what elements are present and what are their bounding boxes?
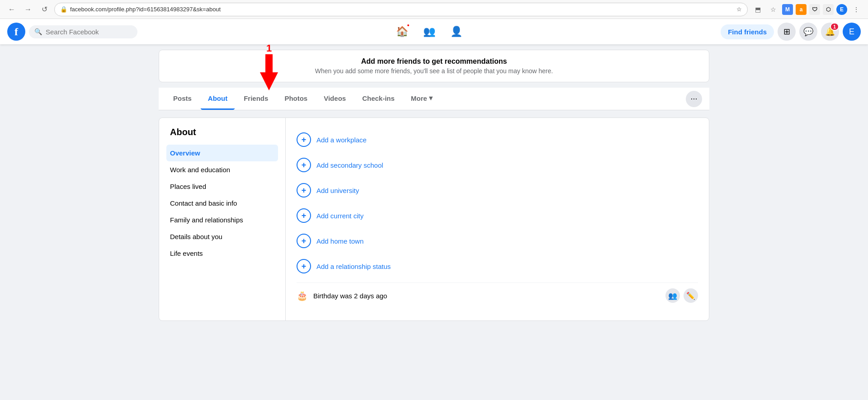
reload-button[interactable]: ↺ [38, 3, 51, 16]
home-nav-btn[interactable]: 🏠 [389, 21, 415, 42]
bookmark-icon: ☆ [736, 6, 742, 13]
about-main: + Add a workplace + Add secondary school… [286, 118, 709, 320]
tabs-more-options-btn[interactable]: ··· [686, 91, 702, 107]
birthday-edit-btn[interactable]: ✏️ [684, 288, 698, 303]
add-relationship-label: Add a relationship status [316, 263, 391, 270]
screenshot-btn[interactable]: ⬒ [751, 3, 764, 16]
security-icon: 🔒 [60, 6, 67, 13]
more-tab-label: More [411, 94, 427, 102]
add-home-town-plus-icon: + [297, 234, 311, 248]
friends-nav-btn[interactable]: 👥 [416, 21, 442, 42]
facebook-header: f 🔍 🏠 👥 👤 Find friends ⊞ 💬 🔔 1 E [0, 19, 868, 44]
tab-photos[interactable]: Photos [277, 88, 315, 110]
birthday-actions: 👥 ✏️ [665, 288, 698, 303]
add-secondary-school-label: Add secondary school [316, 161, 383, 169]
tab-checkins[interactable]: Check-ins [355, 88, 402, 110]
facebook-logo[interactable]: f [7, 23, 25, 41]
tab-videos[interactable]: Videos [316, 88, 353, 110]
sidebar-item-contact-info[interactable]: Contact and basic info [166, 195, 278, 212]
sidebar-item-overview[interactable]: Overview [166, 145, 278, 161]
browser-chrome: ← → ↺ 🔒 facebook.com/profile.php?id=6156… [0, 0, 868, 19]
ext-a-icon: a [796, 4, 807, 15]
sidebar-item-life-events[interactable]: Life events [166, 245, 278, 262]
add-university-plus-icon: + [297, 183, 311, 198]
add-workplace-item[interactable]: + Add a workplace [297, 127, 698, 152]
messenger-btn[interactable]: 💬 [799, 23, 817, 41]
birthday-row: 🎂 Birthday was 2 days ago 👥 ✏️ [297, 282, 698, 308]
dating-nav-btn[interactable]: 👤 [443, 21, 469, 42]
grid-menu-btn[interactable]: ⊞ [778, 23, 796, 41]
friends-icon: 👥 [423, 26, 435, 38]
ext-shield-icon: 🛡 [809, 4, 820, 15]
birthday-text: Birthday was 2 days ago [313, 292, 665, 300]
home-icon: 🏠 [396, 26, 408, 38]
birthday-icon: 🎂 [297, 290, 308, 301]
main-content: Add more friends to get recommendations … [151, 50, 717, 321]
add-current-city-item[interactable]: + Add current city [297, 203, 698, 228]
profile-avatar[interactable]: E [843, 23, 861, 41]
forward-button[interactable]: → [22, 3, 34, 16]
notifications-btn[interactable]: 🔔 1 [821, 23, 839, 41]
sidebar-item-work-education[interactable]: Work and education [166, 161, 278, 178]
tabs-wrapper: 1 Posts About Friends Photos Videos Chec… [151, 88, 717, 110]
about-sidebar-title: About [166, 125, 278, 139]
sidebar-item-details-about-you[interactable]: Details about you [166, 228, 278, 245]
tab-posts[interactable]: Posts [166, 88, 199, 110]
add-current-city-label: Add current city [316, 212, 363, 220]
bookmark-btn[interactable]: ☆ [767, 3, 779, 16]
friends-recommendation-banner: Add more friends to get recommendations … [159, 50, 709, 82]
banner-title: Add more friends to get recommendations [168, 57, 700, 66]
tab-more[interactable]: More ▾ [404, 88, 440, 110]
browser-menu-btn[interactable]: ⋮ [850, 3, 863, 16]
sidebar-item-places-lived[interactable]: Places lived [166, 178, 278, 195]
notification-badge: 1 [830, 23, 839, 31]
about-sidebar: About Overview Work and education Places… [159, 118, 286, 320]
address-bar[interactable]: 🔒 facebook.com/profile.php?id=6156381498… [54, 3, 748, 16]
browser-action-buttons: ⬒ ☆ M a 🛡 ⬡ E ⋮ [751, 3, 863, 16]
profile-tabs: Posts About Friends Photos Videos Check-… [159, 88, 709, 110]
add-home-town-item[interactable]: + Add home town [297, 228, 698, 254]
find-friends-button[interactable]: Find friends [721, 24, 774, 39]
add-workplace-plus-icon: + [297, 132, 311, 147]
add-home-town-label: Add home town [316, 237, 363, 245]
ext-hex-icon: ⬡ [823, 4, 834, 15]
header-right: Find friends ⊞ 💬 🔔 1 E [721, 23, 861, 41]
add-relationship-status-item[interactable]: + Add a relationship status [297, 254, 698, 279]
search-bar[interactable]: 🔍 [29, 25, 137, 38]
add-university-item[interactable]: + Add university [297, 178, 698, 203]
tab-about[interactable]: About [201, 88, 235, 110]
more-caret-icon: ▾ [429, 94, 433, 102]
birthday-friends-btn[interactable]: 👥 [665, 288, 680, 303]
ext-e-icon: E [836, 4, 847, 15]
search-icon: 🔍 [34, 28, 42, 35]
dating-icon: 👤 [450, 26, 462, 38]
add-relationship-plus-icon: + [297, 259, 311, 273]
about-container: About Overview Work and education Places… [159, 118, 709, 321]
tab-friends[interactable]: Friends [236, 88, 275, 110]
search-input[interactable] [46, 28, 127, 36]
header-nav: 🏠 👥 👤 [141, 21, 717, 42]
add-current-city-plus-icon: + [297, 208, 311, 223]
url-text: facebook.com/profile.php?id=615638149832… [70, 6, 734, 13]
home-notification-dot [406, 24, 410, 27]
sidebar-item-family-relationships[interactable]: Family and relationships [166, 212, 278, 228]
add-workplace-label: Add a workplace [316, 136, 367, 144]
banner-subtitle: When you add some more friends, you'll s… [168, 67, 700, 75]
add-secondary-school-plus-icon: + [297, 158, 311, 172]
add-secondary-school-item[interactable]: + Add secondary school [297, 152, 698, 178]
add-university-label: Add university [316, 187, 359, 194]
back-button[interactable]: ← [5, 3, 18, 16]
ext-m-icon: M [782, 4, 793, 15]
